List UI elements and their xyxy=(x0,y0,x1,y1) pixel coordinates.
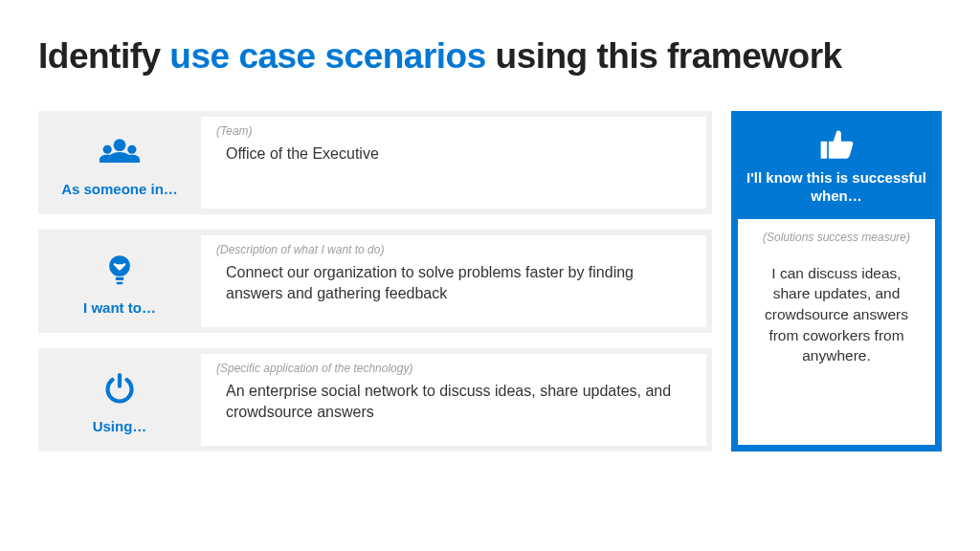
success-body: (Solutions success measure) I can discus… xyxy=(738,219,935,446)
row-goal-label: I want to… xyxy=(38,230,201,333)
success-label: I'll know this is successful when… xyxy=(746,169,927,206)
row-technology-content: (Specific application of the technology)… xyxy=(201,354,706,446)
thumbs-up-icon xyxy=(817,152,856,168)
slide-title: Identify use case scenarios using this f… xyxy=(38,36,942,77)
row-persona-hint: (Team) xyxy=(216,124,691,138)
power-icon xyxy=(99,370,141,418)
row-technology-label-text: Using… xyxy=(93,418,147,434)
people-icon xyxy=(99,133,141,181)
row-persona-value: Office of the Executive xyxy=(216,143,676,165)
svg-rect-4 xyxy=(116,276,123,279)
framework-rows: As someone in… (Team) Office of the Exec… xyxy=(38,111,712,452)
row-persona-label-text: As someone in… xyxy=(61,181,178,197)
success-value: I can discuss ideas, share updates, and … xyxy=(751,263,922,366)
row-technology: Using… (Specific application of the tech… xyxy=(38,348,712,452)
row-goal-hint: (Description of what I want to do) xyxy=(216,243,691,256)
row-persona: As someone in… (Team) Office of the Exec… xyxy=(38,111,712,214)
slide: Identify use case scenarios using this f… xyxy=(0,0,980,452)
row-goal: I want to… (Description of what I want t… xyxy=(38,230,712,333)
content-grid: As someone in… (Team) Office of the Exec… xyxy=(38,111,942,452)
svg-rect-6 xyxy=(821,142,828,159)
title-part2: using this framework xyxy=(486,36,842,76)
row-goal-content: (Description of what I want to do) Conne… xyxy=(201,235,706,327)
row-goal-value: Connect our organization to solve proble… xyxy=(216,262,676,303)
svg-point-1 xyxy=(103,144,112,153)
svg-point-2 xyxy=(127,144,136,153)
row-technology-hint: (Specific application of the technology) xyxy=(216,362,691,375)
success-hint: (Solutions success measure) xyxy=(751,231,922,244)
success-header: I'll know this is successful when… xyxy=(738,118,935,219)
row-persona-content: (Team) Office of the Executive xyxy=(201,117,706,209)
row-technology-label: Using… xyxy=(38,348,201,452)
row-technology-value: An enterprise social network to discuss … xyxy=(216,381,676,422)
success-panel: I'll know this is successful when… (Solu… xyxy=(731,111,942,452)
lightbulb-icon xyxy=(99,252,141,299)
row-persona-label: As someone in… xyxy=(38,111,201,214)
title-part1: Identify xyxy=(38,36,169,76)
svg-rect-5 xyxy=(117,281,123,284)
svg-point-0 xyxy=(114,139,126,151)
title-accent: use case scenarios xyxy=(169,36,485,76)
row-goal-label-text: I want to… xyxy=(83,299,156,316)
